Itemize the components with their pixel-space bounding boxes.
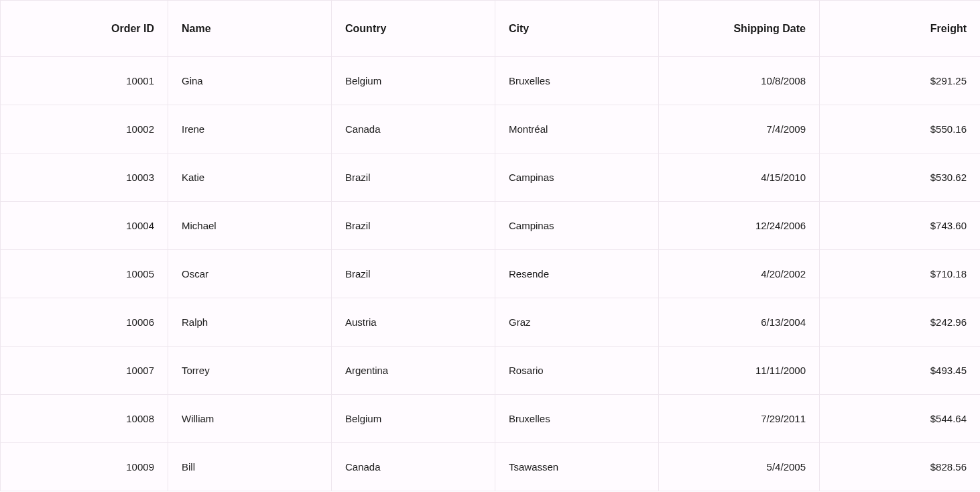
cell-country: Canada — [332, 443, 495, 491]
cell-name: Ralph — [168, 298, 332, 347]
cell-country: Austria — [332, 298, 495, 347]
cell-name: Gina — [168, 57, 332, 105]
column-header-order-id[interactable]: Order ID — [1, 1, 168, 57]
orders-table[interactable]: Order ID Name Country City Shipping Date… — [0, 0, 980, 491]
cell-name: Oscar — [168, 250, 332, 298]
column-header-freight[interactable]: Freight — [820, 1, 981, 57]
cell-city: Campinas — [495, 153, 659, 202]
table-row[interactable]: 10004 Michael Brazil Campinas 12/24/2006… — [1, 202, 981, 250]
cell-country: Brazil — [332, 250, 495, 298]
cell-order-id: 10005 — [1, 250, 168, 298]
cell-name: Irene — [168, 105, 332, 153]
cell-order-id: 10008 — [1, 395, 168, 443]
cell-shipping-date: 12/24/2006 — [659, 202, 820, 250]
cell-city: Montréal — [495, 105, 659, 153]
cell-shipping-date: 7/4/2009 — [659, 105, 820, 153]
cell-city: Resende — [495, 250, 659, 298]
cell-city: Bruxelles — [495, 57, 659, 105]
cell-shipping-date: 11/11/2000 — [659, 347, 820, 395]
column-header-country[interactable]: Country — [332, 1, 495, 57]
cell-freight: $828.56 — [820, 443, 981, 491]
cell-country: Canada — [332, 105, 495, 153]
cell-city: Tsawassen — [495, 443, 659, 491]
table-row[interactable]: 10006 Ralph Austria Graz 6/13/2004 $242.… — [1, 298, 981, 347]
cell-order-id: 10004 — [1, 202, 168, 250]
cell-freight: $710.18 — [820, 250, 981, 298]
table-row[interactable]: 10009 Bill Canada Tsawassen 5/4/2005 $82… — [1, 443, 981, 491]
cell-freight: $544.64 — [820, 395, 981, 443]
table-row[interactable]: 10005 Oscar Brazil Resende 4/20/2002 $71… — [1, 250, 981, 298]
cell-freight: $550.16 — [820, 105, 981, 153]
cell-name: William — [168, 395, 332, 443]
cell-name: Katie — [168, 153, 332, 202]
cell-freight: $242.96 — [820, 298, 981, 347]
cell-shipping-date: 5/4/2005 — [659, 443, 820, 491]
cell-shipping-date: 6/13/2004 — [659, 298, 820, 347]
cell-city: Bruxelles — [495, 395, 659, 443]
cell-name: Bill — [168, 443, 332, 491]
column-header-shipping-date[interactable]: Shipping Date — [659, 1, 820, 57]
table-row[interactable]: 10003 Katie Brazil Campinas 4/15/2010 $5… — [1, 153, 981, 202]
cell-order-id: 10006 — [1, 298, 168, 347]
cell-order-id: 10002 — [1, 105, 168, 153]
cell-country: Belgium — [332, 395, 495, 443]
cell-order-id: 10001 — [1, 57, 168, 105]
cell-freight: $493.45 — [820, 347, 981, 395]
cell-shipping-date: 10/8/2008 — [659, 57, 820, 105]
column-header-name[interactable]: Name — [168, 1, 332, 57]
cell-city: Campinas — [495, 202, 659, 250]
cell-freight: $530.62 — [820, 153, 981, 202]
cell-name: Torrey — [168, 347, 332, 395]
table-row[interactable]: 10002 Irene Canada Montréal 7/4/2009 $55… — [1, 105, 981, 153]
column-header-city[interactable]: City — [495, 1, 659, 57]
cell-order-id: 10003 — [1, 153, 168, 202]
cell-shipping-date: 7/29/2011 — [659, 395, 820, 443]
cell-shipping-date: 4/15/2010 — [659, 153, 820, 202]
cell-shipping-date: 4/20/2002 — [659, 250, 820, 298]
cell-freight: $291.25 — [820, 57, 981, 105]
cell-order-id: 10007 — [1, 347, 168, 395]
cell-country: Brazil — [332, 153, 495, 202]
cell-city: Graz — [495, 298, 659, 347]
cell-freight: $743.60 — [820, 202, 981, 250]
cell-country: Belgium — [332, 57, 495, 105]
cell-city: Rosario — [495, 347, 659, 395]
cell-country: Argentina — [332, 347, 495, 395]
cell-order-id: 10009 — [1, 443, 168, 491]
table-row[interactable]: 10008 William Belgium Bruxelles 7/29/201… — [1, 395, 981, 443]
table-header-row: Order ID Name Country City Shipping Date… — [1, 1, 981, 57]
table-row[interactable]: 10001 Gina Belgium Bruxelles 10/8/2008 $… — [1, 57, 981, 105]
cell-name: Michael — [168, 202, 332, 250]
cell-country: Brazil — [332, 202, 495, 250]
table-body: 10001 Gina Belgium Bruxelles 10/8/2008 $… — [1, 57, 981, 491]
table-row[interactable]: 10007 Torrey Argentina Rosario 11/11/200… — [1, 347, 981, 395]
